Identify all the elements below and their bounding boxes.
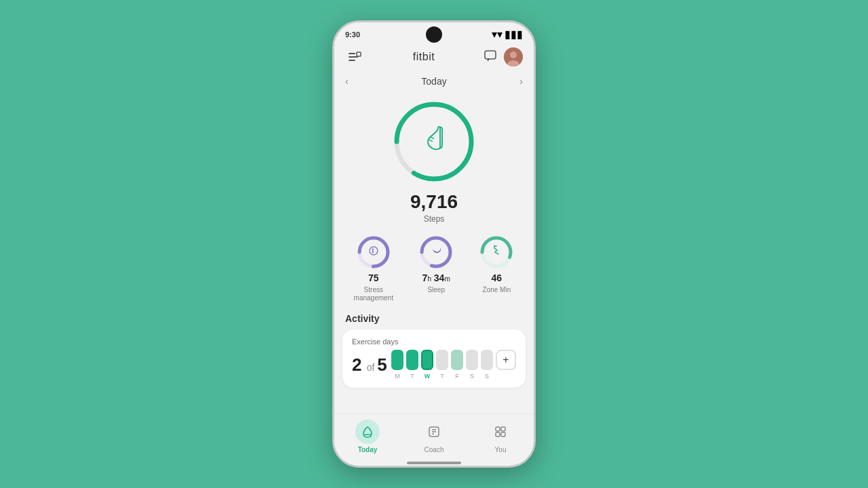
wifi-icon: ▾▾ bbox=[492, 28, 502, 41]
zone-label: Zone Min bbox=[483, 286, 511, 294]
app-title: fitbit bbox=[413, 51, 435, 63]
sleep-ring bbox=[418, 235, 454, 270]
app-header: fitbit bbox=[334, 43, 534, 72]
svg-rect-3 bbox=[357, 52, 361, 56]
svg-rect-0 bbox=[349, 53, 355, 54]
svg-point-14 bbox=[370, 247, 378, 255]
day-bar-sunday bbox=[481, 350, 493, 370]
battery-icon: ▮▮▮ bbox=[505, 28, 523, 41]
exercise-count-display: 2 of 5 bbox=[352, 354, 387, 375]
activity-section-header: Activity bbox=[334, 306, 534, 327]
status-bar: 9:30 ▾▾ ▮▮▮ bbox=[334, 22, 534, 43]
add-exercise-button[interactable]: + bbox=[496, 350, 516, 370]
stress-metric[interactable]: 75 Stressmanagement bbox=[354, 235, 393, 302]
bars-row: + bbox=[391, 350, 516, 370]
stress-label: Stressmanagement bbox=[354, 286, 393, 302]
bottom-navigation: Today Coach Yo bbox=[334, 413, 534, 462]
steps-shoe-icon bbox=[419, 126, 449, 158]
today-nav-label: Today bbox=[358, 446, 378, 453]
sleep-metric[interactable]: 7h 34m Sleep bbox=[418, 235, 454, 302]
exercise-row: 2 of 5 bbox=[352, 350, 516, 380]
svg-point-21 bbox=[364, 434, 371, 437]
day-labels: M T W T F S S bbox=[391, 373, 516, 380]
zone-value: 46 bbox=[492, 272, 502, 283]
stress-value: 75 bbox=[368, 272, 379, 283]
stress-icon bbox=[368, 245, 380, 260]
nav-coach[interactable]: Coach bbox=[422, 420, 446, 453]
status-icons: ▾▾ ▮▮▮ bbox=[492, 28, 523, 41]
header-right bbox=[484, 47, 523, 66]
day-bar-tuesday bbox=[406, 350, 418, 370]
status-time: 9:30 bbox=[345, 30, 360, 39]
label-sun: S bbox=[481, 373, 493, 380]
svg-rect-4 bbox=[485, 51, 496, 59]
prev-date-button[interactable]: ‹ bbox=[345, 76, 349, 87]
you-nav-icon bbox=[488, 420, 513, 444]
svg-point-6 bbox=[510, 52, 517, 58]
exercise-total: 5 bbox=[377, 354, 387, 375]
label-sat: S bbox=[466, 373, 478, 380]
home-indicator bbox=[407, 462, 461, 464]
nav-you[interactable]: You bbox=[488, 420, 513, 453]
zone-metric[interactable]: 46 Zone Min bbox=[479, 235, 514, 302]
exercise-card[interactable]: Exercise days 2 of 5 bbox=[342, 329, 526, 388]
label-add-spacer bbox=[496, 373, 516, 380]
phone-frame: 9:30 ▾▾ ▮▮▮ fitbit bbox=[332, 20, 536, 468]
main-content: ‹ Today › bbox=[334, 72, 534, 413]
you-nav-label: You bbox=[495, 446, 507, 453]
label-fri: F bbox=[451, 373, 463, 380]
exercise-days-label: Exercise days bbox=[352, 338, 516, 346]
day-bars-container: + M T W T F S S bbox=[391, 350, 516, 380]
nav-today[interactable]: Today bbox=[355, 420, 380, 453]
day-bar-wednesday bbox=[421, 350, 433, 370]
svg-point-16 bbox=[372, 249, 373, 250]
steps-ring[interactable] bbox=[390, 98, 478, 186]
exercise-of-text: of bbox=[367, 362, 378, 373]
exercise-completed: 2 bbox=[352, 354, 361, 375]
zone-icon bbox=[490, 245, 502, 260]
svg-rect-2 bbox=[349, 60, 355, 61]
zone-ring bbox=[479, 235, 514, 270]
svg-point-15 bbox=[372, 252, 373, 253]
steps-count: 9,716 bbox=[410, 191, 458, 213]
day-bar-monday bbox=[391, 350, 403, 370]
label-thu: T bbox=[436, 373, 448, 380]
svg-rect-26 bbox=[496, 427, 500, 431]
sleep-value: 7h 34m bbox=[422, 272, 450, 283]
stress-ring bbox=[356, 235, 391, 270]
coach-nav-label: Coach bbox=[425, 446, 444, 453]
date-navigation: ‹ Today › bbox=[334, 72, 534, 91]
steps-label: Steps bbox=[424, 214, 445, 224]
svg-line-10 bbox=[429, 140, 433, 142]
coach-nav-icon bbox=[422, 420, 446, 444]
day-bar-saturday bbox=[466, 350, 478, 370]
metrics-row: 75 Stressmanagement 7h bbox=[334, 228, 534, 306]
next-date-button[interactable]: › bbox=[519, 76, 523, 87]
current-date: Today bbox=[421, 76, 446, 87]
sleep-label: Sleep bbox=[427, 286, 445, 294]
label-mon: M bbox=[391, 373, 403, 380]
user-avatar[interactable] bbox=[504, 47, 523, 66]
today-nav-icon bbox=[355, 420, 380, 444]
label-tue: T bbox=[406, 373, 418, 380]
svg-line-11 bbox=[431, 138, 434, 139]
day-bar-friday bbox=[451, 350, 463, 370]
sleep-icon bbox=[430, 245, 442, 260]
camera-notch bbox=[426, 26, 442, 43]
svg-rect-27 bbox=[501, 427, 505, 431]
menu-icon[interactable] bbox=[345, 47, 364, 66]
chat-icon[interactable] bbox=[484, 49, 497, 65]
day-bar-thursday bbox=[436, 350, 448, 370]
svg-rect-29 bbox=[501, 432, 505, 436]
steps-section: 9,716 Steps bbox=[334, 91, 534, 228]
svg-rect-28 bbox=[496, 432, 500, 436]
label-wed: W bbox=[421, 373, 433, 380]
